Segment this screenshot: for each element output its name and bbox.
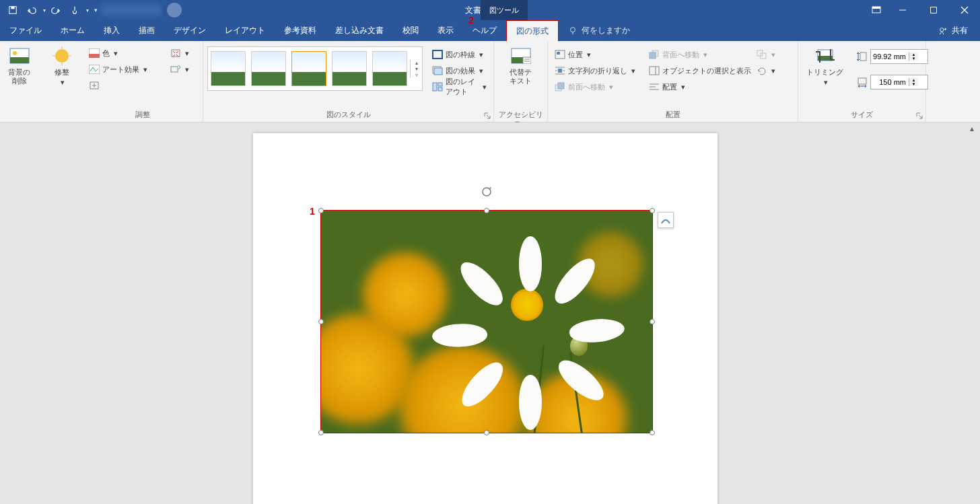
undo-button[interactable]	[23, 1, 40, 19]
save-button[interactable]	[4, 1, 22, 19]
selected-image[interactable]	[320, 210, 653, 433]
alt-text-button[interactable]: 代替テ キスト	[505, 44, 536, 87]
tab-view[interactable]: 表示	[428, 20, 463, 41]
height-field[interactable]	[871, 52, 909, 61]
selection-pane-label: オブジェクトの選択と表示	[662, 66, 751, 76]
forward-icon	[555, 81, 565, 92]
change-picture-button[interactable]: ▾	[168, 61, 192, 77]
forward-label: 前面へ移動	[568, 82, 605, 92]
ribbon-display-options-button[interactable]	[866, 0, 887, 20]
chevron-down-icon: ▾	[61, 78, 65, 87]
width-icon	[857, 77, 868, 87]
bring-forward-button[interactable]: 前面へ移動▾	[552, 79, 646, 95]
remove-background-button[interactable]: 背景の 削除	[4, 44, 34, 87]
compress-pictures-button[interactable]: ▾	[168, 45, 192, 61]
tab-mailings[interactable]: 差し込み文書	[326, 20, 393, 41]
align-button[interactable]: 配置▾	[646, 79, 754, 95]
share-button[interactable]: 共有	[938, 20, 980, 41]
touch-dropdown[interactable]: ▾	[86, 7, 89, 13]
color-button[interactable]: 色▾	[86, 45, 150, 61]
annotation-2: 2	[468, 15, 474, 26]
reset-picture-button[interactable]	[86, 77, 150, 94]
contextual-tab-header: 図ツール	[481, 0, 528, 20]
handle-se[interactable]	[650, 430, 655, 435]
tell-me-search[interactable]: 何をしますか	[559, 20, 630, 41]
undo-dropdown[interactable]: ▾	[43, 7, 46, 13]
tab-insert[interactable]: 挿入	[94, 20, 129, 41]
svg-point-60	[483, 188, 491, 196]
crop-button[interactable]: トリミング ▾	[802, 44, 847, 88]
accessibility-group-label: アクセシビリティ	[498, 110, 543, 122]
artistic-icon	[89, 64, 100, 75]
width-input[interactable]: ▲▼	[870, 75, 928, 89]
touch-mode-button[interactable]	[66, 1, 83, 19]
corrections-button[interactable]: 修整 ▾	[47, 44, 77, 88]
maximize-button[interactable]	[918, 0, 949, 20]
remove-background-label: 背景の 削除	[8, 68, 30, 85]
group-objects-button[interactable]: ▾	[754, 46, 778, 63]
tab-design[interactable]: デザイン	[164, 20, 215, 41]
customize-qat-button[interactable]: ▾	[90, 1, 101, 19]
page[interactable]: 1	[253, 133, 718, 504]
width-field[interactable]	[871, 78, 909, 86]
svg-rect-23	[172, 50, 180, 57]
align-label: 配置	[662, 82, 677, 92]
wrap-icon	[555, 65, 565, 76]
position-button[interactable]: 位置▾	[552, 46, 646, 63]
width-down[interactable]: ▼	[909, 82, 918, 86]
svg-rect-12	[10, 57, 29, 63]
style-thumb-4[interactable]	[332, 51, 367, 86]
gallery-more[interactable]: ▴▾▿	[410, 60, 422, 78]
handle-sw[interactable]	[318, 430, 324, 435]
account-area[interactable]	[101, 3, 186, 17]
size-launcher-icon[interactable]	[916, 112, 923, 119]
style-thumb-3[interactable]	[291, 51, 326, 86]
svg-rect-44	[558, 83, 564, 89]
height-input[interactable]: ▲▼	[870, 49, 928, 64]
tab-review[interactable]: 校閲	[393, 20, 428, 41]
handle-w[interactable]	[318, 319, 324, 324]
height-icon	[857, 51, 868, 62]
backward-label: 背面へ移動	[662, 50, 699, 60]
tab-picture-format[interactable]: 図の形式	[506, 20, 559, 41]
color-icon	[89, 48, 100, 59]
border-icon	[432, 49, 443, 60]
change-picture-icon	[170, 64, 181, 75]
close-button[interactable]	[949, 0, 980, 20]
tab-draw[interactable]: 描画	[129, 20, 164, 41]
artistic-effects-button[interactable]: アート効果▾	[86, 61, 150, 77]
layout-options-button[interactable]	[658, 212, 674, 228]
picture-border-button[interactable]: 図の枠線▾	[429, 46, 489, 63]
style-thumb-5[interactable]	[372, 51, 407, 86]
selection-pane-button[interactable]: オブジェクトの選択と表示	[646, 63, 754, 79]
minimize-button[interactable]	[887, 0, 918, 20]
handle-ne[interactable]	[650, 208, 655, 213]
picture-styles-gallery[interactable]: ▴▾▿	[207, 46, 423, 91]
handle-nw[interactable]	[318, 208, 324, 213]
picture-layout-button[interactable]: 図のレイアウト▾	[429, 79, 489, 95]
rotate-handle[interactable]	[480, 185, 493, 199]
handle-s[interactable]	[484, 430, 489, 435]
redo-button[interactable]	[47, 1, 65, 19]
adjust-group-label: 調整	[86, 110, 199, 122]
style-thumb-1[interactable]	[211, 51, 246, 86]
handle-n[interactable]	[484, 208, 489, 213]
tab-home[interactable]: ホーム	[51, 20, 94, 41]
tab-layout[interactable]: レイアウト	[215, 20, 275, 41]
account-avatar-icon[interactable]	[167, 3, 182, 17]
handle-e[interactable]	[650, 319, 655, 324]
style-thumb-2[interactable]	[251, 51, 286, 86]
tab-file[interactable]: ファイル	[0, 20, 51, 41]
position-icon	[555, 49, 565, 60]
styles-launcher-icon[interactable]	[484, 112, 491, 119]
send-backward-button[interactable]: 背面へ移動▾	[646, 46, 754, 63]
rotate-button[interactable]: ▾	[754, 63, 778, 79]
scroll-up-button[interactable]: ▴	[966, 122, 977, 134]
document-area[interactable]: 1	[0, 122, 980, 504]
effects-label: 図の効果	[446, 66, 475, 76]
height-down[interactable]: ▼	[909, 57, 918, 61]
text-cursor	[314, 208, 315, 219]
svg-rect-28	[433, 83, 437, 91]
tab-references[interactable]: 参考資料	[275, 20, 326, 41]
wrap-text-button[interactable]: 文字列の折り返し▾	[552, 63, 646, 79]
